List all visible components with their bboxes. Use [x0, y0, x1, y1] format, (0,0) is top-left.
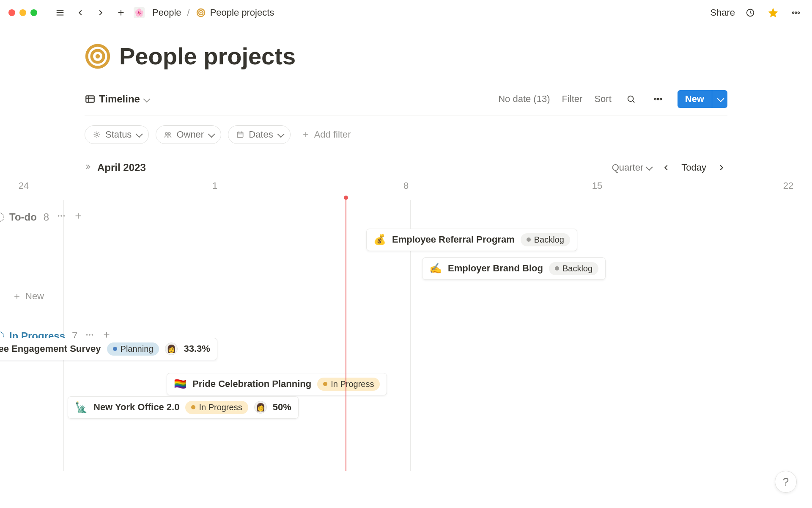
task-progress-pct: 33.3%	[184, 343, 210, 354]
status-text: In Progress	[199, 403, 242, 412]
svg-point-14	[660, 98, 661, 100]
svg-point-5	[795, 12, 797, 14]
new-page-button[interactable]	[113, 5, 129, 20]
help-button[interactable]: ?	[775, 471, 797, 493]
status-text: Backlog	[562, 264, 593, 273]
status-badge: Planning	[107, 342, 159, 356]
search-icon[interactable]	[623, 91, 639, 107]
no-date-button[interactable]: No date (13)	[498, 94, 550, 105]
status-text: In Progress	[331, 379, 374, 389]
svg-point-19	[58, 215, 60, 217]
window-minimize-button[interactable]	[19, 9, 26, 16]
new-button-dropdown[interactable]	[712, 90, 727, 108]
timeline-prev-button[interactable]	[660, 162, 672, 174]
timeline-month-label: April 2023	[85, 162, 146, 174]
group-in-progress: In Progress 7 💌 Employee Engagement Surv…	[0, 319, 812, 446]
updates-icon[interactable]	[743, 5, 758, 20]
avatar[interactable]: 👩	[165, 342, 178, 355]
more-menu-icon[interactable]	[788, 5, 804, 20]
breadcrumb-page[interactable]: People projects	[210, 7, 274, 18]
status-text: Planning	[121, 344, 154, 354]
filter-dates-label: Dates	[249, 129, 273, 140]
breadcrumb[interactable]: 🌸 People / People projects	[134, 7, 274, 18]
filter-button[interactable]: Filter	[562, 94, 583, 105]
breadcrumb-parent-icon: 🌸	[134, 7, 145, 18]
filter-chip-dates[interactable]: Dates	[228, 125, 290, 144]
window-top-bar: 🌸 People / People projects Share	[0, 0, 812, 25]
breadcrumb-parent[interactable]: People	[152, 7, 181, 18]
task-progress-pct: 50%	[273, 402, 291, 413]
svg-point-16	[166, 133, 168, 135]
status-dot-icon	[555, 266, 559, 271]
view-more-icon[interactable]	[650, 91, 666, 107]
filter-owner-label: Owner	[176, 129, 204, 140]
svg-point-21	[63, 215, 65, 217]
timeline-body: To-do 8 💰 Employee Referral Program Back…	[0, 200, 812, 471]
group-todo-header[interactable]: To-do 8	[0, 207, 812, 227]
breadcrumb-page-icon	[196, 8, 206, 18]
status-dot-icon	[191, 405, 195, 409]
sort-button[interactable]: Sort	[594, 94, 611, 105]
timeline-scale-selector[interactable]: Quarter	[612, 162, 651, 173]
chevron-down-icon	[646, 162, 651, 173]
favorite-star-icon[interactable]	[765, 5, 781, 20]
status-dot-icon	[113, 347, 117, 351]
task-name: Employee Referral Program	[392, 234, 515, 245]
new-button[interactable]: New	[678, 90, 727, 108]
status-badge: Backlog	[549, 262, 598, 275]
view-name: Timeline	[99, 93, 140, 105]
task-employee-referral[interactable]: 💰 Employee Referral Program Backlog 👩 0%	[366, 233, 398, 246]
expand-icon[interactable]	[85, 162, 93, 174]
add-filter-label: Add filter	[314, 129, 351, 140]
timeline-today-button[interactable]: Today	[681, 162, 706, 173]
breadcrumb-separator: /	[187, 7, 190, 18]
share-button[interactable]: Share	[710, 7, 735, 18]
svg-point-22	[86, 334, 88, 336]
group-todo-name: To-do	[9, 211, 37, 223]
page-title-icon[interactable]	[85, 43, 111, 69]
task-name: Employee Engagement Survey	[0, 343, 101, 354]
task-pride-celebration[interactable]: 🏳️‍🌈 Pride Celebration Planning In Progr…	[167, 378, 179, 390]
nav-back-button[interactable]	[73, 5, 88, 20]
svg-point-15	[96, 134, 98, 136]
date-cell: 15	[502, 180, 693, 200]
group-more-icon[interactable]	[57, 211, 66, 223]
hamburger-icon[interactable]	[52, 5, 68, 20]
status-dot-icon	[527, 237, 531, 242]
today-indicator-line	[346, 197, 346, 471]
window-close-button[interactable]	[8, 9, 15, 16]
svg-point-4	[793, 12, 794, 14]
chevron-down-icon	[136, 129, 141, 140]
date-cell: 1	[119, 180, 310, 200]
nav-forward-button[interactable]	[93, 5, 108, 20]
avatar[interactable]: 👩	[254, 401, 267, 414]
svg-point-24	[92, 334, 93, 336]
group-add-icon[interactable]	[74, 211, 83, 223]
add-new-task-button[interactable]: New	[0, 287, 812, 306]
task-name: New York Office 2.0	[93, 402, 179, 413]
month-text: April 2023	[97, 162, 146, 174]
svg-point-11	[628, 96, 633, 102]
svg-point-17	[168, 133, 170, 135]
svg-point-23	[89, 334, 91, 336]
task-employer-brand-blog[interactable]: ✍️ Employer Brand Blog Backlog 0%	[422, 263, 436, 274]
window-maximize-button[interactable]	[30, 9, 37, 16]
add-filter-button[interactable]: Add filter	[297, 126, 355, 144]
task-name: Pride Celebration Planning	[192, 378, 311, 389]
new-button-main[interactable]: New	[678, 90, 712, 108]
filter-chip-status[interactable]: Status	[85, 125, 149, 144]
chevron-down-icon	[277, 129, 283, 140]
page-title: People projects	[85, 42, 727, 70]
timeline-date-ruler: 24181522	[0, 180, 812, 200]
task-name: Employer Brand Blog	[448, 263, 543, 274]
filter-chip-owner[interactable]: Owner	[156, 125, 221, 144]
view-selector[interactable]: Timeline	[85, 93, 148, 105]
date-cell: 24	[0, 180, 119, 200]
group-todo: To-do 8 💰 Employee Referral Program Back…	[0, 200, 812, 319]
timeline-next-button[interactable]	[716, 162, 727, 174]
group-todo-count: 8	[44, 211, 49, 223]
new-task-label: New	[25, 291, 44, 302]
status-badge: In Progress	[185, 401, 248, 414]
chevron-down-icon	[143, 93, 148, 105]
page-title-text[interactable]: People projects	[119, 42, 296, 70]
